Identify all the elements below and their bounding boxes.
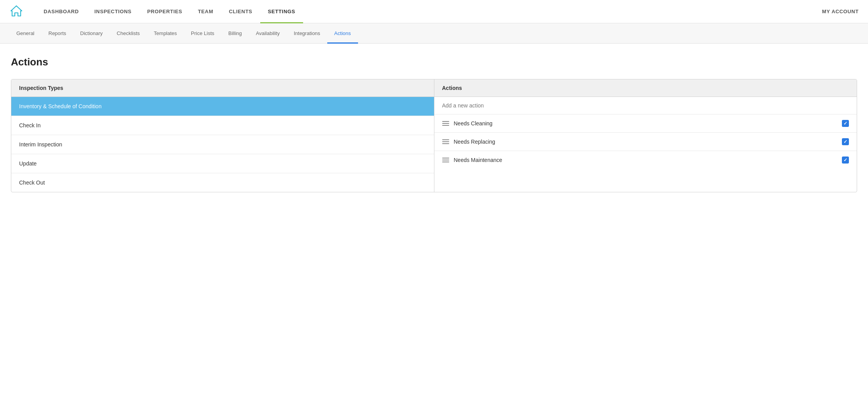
action-label-maintenance: Needs Maintenance: [454, 157, 503, 163]
top-nav-link-dashboard[interactable]: DASHBOARD: [36, 0, 86, 23]
actions-column: Needs CleaningNeeds ReplacingNeeds Maint…: [434, 97, 857, 192]
sub-nav-link-general[interactable]: General: [9, 23, 41, 44]
actions-header: Actions: [434, 79, 857, 97]
inspection-type-checkout[interactable]: Check Out: [11, 173, 434, 192]
action-checkbox-replacing[interactable]: [842, 138, 849, 145]
drag-handle-icon[interactable]: [442, 121, 449, 126]
logo[interactable]: [9, 4, 23, 19]
action-row-maintenance: Needs Maintenance: [434, 151, 857, 169]
sub-nav-link-dictionary[interactable]: Dictionary: [73, 23, 110, 44]
top-nav-link-team[interactable]: TEAM: [190, 0, 221, 23]
action-checkbox-maintenance[interactable]: [842, 157, 849, 164]
add-action-input[interactable]: [442, 102, 849, 109]
action-label-group-replacing: Needs Replacing: [442, 139, 496, 145]
top-nav-links: DASHBOARDINSPECTIONSPROPERTIESTEAMCLIENT…: [36, 0, 822, 23]
action-row-replacing: Needs Replacing: [434, 133, 857, 151]
sub-nav: GeneralReportsDictionaryChecklistsTempla…: [0, 23, 868, 44]
drag-handle-icon[interactable]: [442, 139, 449, 144]
add-action-row: [434, 97, 857, 114]
page-title: Actions: [11, 56, 857, 68]
inspection-types-column: Inventory & Schedule of ConditionCheck I…: [11, 97, 434, 192]
table-header: Inspection Types Actions: [11, 79, 857, 97]
action-label-cleaning: Needs Cleaning: [454, 120, 493, 127]
page-content: Actions Inspection Types Actions Invento…: [0, 44, 868, 205]
inspection-types-header: Inspection Types: [11, 79, 434, 97]
top-nav-link-clients[interactable]: CLIENTS: [221, 0, 260, 23]
drag-handle-icon[interactable]: [442, 158, 449, 162]
sub-nav-link-actions[interactable]: Actions: [327, 23, 358, 44]
action-label-group-maintenance: Needs Maintenance: [442, 157, 503, 163]
inspection-type-inventory[interactable]: Inventory & Schedule of Condition: [11, 97, 434, 116]
sub-nav-link-integrations[interactable]: Integrations: [287, 23, 327, 44]
table-body: Inventory & Schedule of ConditionCheck I…: [11, 97, 857, 192]
my-account-link[interactable]: MY ACCOUNT: [822, 9, 859, 14]
sub-nav-link-availability[interactable]: Availability: [249, 23, 287, 44]
action-row-cleaning: Needs Cleaning: [434, 114, 857, 133]
top-nav-link-properties[interactable]: PROPERTIES: [139, 0, 190, 23]
top-nav: DASHBOARDINSPECTIONSPROPERTIESTEAMCLIENT…: [0, 0, 868, 23]
sub-nav-link-templates[interactable]: Templates: [147, 23, 184, 44]
inspection-type-update[interactable]: Update: [11, 154, 434, 173]
action-checkbox-cleaning[interactable]: [842, 120, 849, 127]
inspection-type-interim[interactable]: Interim Inspection: [11, 135, 434, 154]
top-nav-link-settings[interactable]: SETTINGS: [260, 0, 303, 23]
sub-nav-link-price-lists[interactable]: Price Lists: [184, 23, 221, 44]
sub-nav-link-checklists[interactable]: Checklists: [110, 23, 147, 44]
actions-table-container: Inspection Types Actions Inventory & Sch…: [11, 79, 857, 192]
action-label-group-cleaning: Needs Cleaning: [442, 120, 493, 127]
sub-nav-link-billing[interactable]: Billing: [221, 23, 249, 44]
action-label-replacing: Needs Replacing: [454, 139, 496, 145]
top-nav-link-inspections[interactable]: INSPECTIONS: [86, 0, 139, 23]
sub-nav-link-reports[interactable]: Reports: [41, 23, 73, 44]
inspection-type-checkin[interactable]: Check In: [11, 116, 434, 135]
